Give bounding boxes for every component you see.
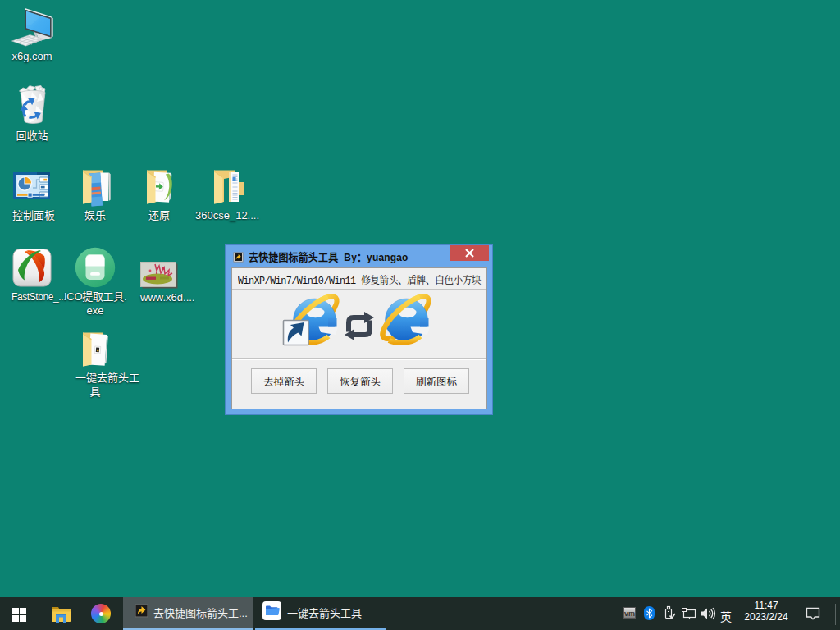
svg-text:vm: vm xyxy=(624,609,635,618)
